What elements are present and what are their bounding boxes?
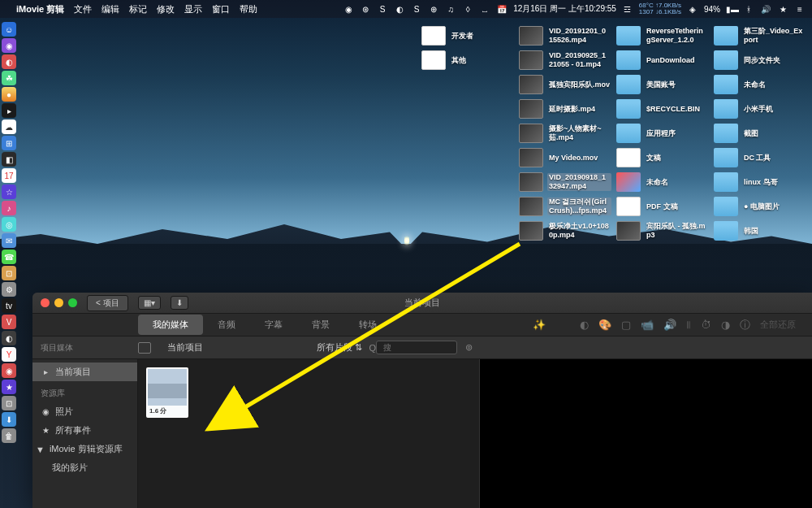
clip-filter-dropdown[interactable]: 所有片段 ⇅	[317, 341, 362, 354]
tab-transitions[interactable]: 转场	[344, 315, 391, 335]
volume-icon[interactable]: 🔊	[663, 319, 676, 331]
desktop-file[interactable]: linux 鸟哥	[712, 171, 808, 193]
dock-app[interactable]: ★	[2, 380, 16, 394]
dock-app[interactable]: ⬇	[2, 412, 16, 427]
zoom-button[interactable]	[68, 298, 77, 307]
tab-my-media[interactable]: 我的媒体	[138, 315, 203, 335]
search-input[interactable]	[376, 341, 457, 354]
desktop-file[interactable]: VID_20190918_132947.mp4	[517, 171, 613, 193]
dock-app[interactable]: ☘	[2, 71, 16, 85]
dock-app[interactable]: ⚙	[2, 282, 16, 297]
desktop-file[interactable]: PDF 文稿	[615, 195, 710, 218]
volume-icon[interactable]: 🔊	[760, 5, 771, 14]
dock-app[interactable]: V	[2, 315, 16, 329]
toolbar-button[interactable]: ▦▾	[138, 296, 161, 310]
star-icon[interactable]: ★	[777, 5, 788, 14]
preview-viewer[interactable]	[479, 359, 812, 508]
sidebar-my-movies[interactable]: 我的影片	[32, 458, 137, 477]
status-icon[interactable]: ⎵	[479, 5, 490, 14]
status-icon[interactable]: ☲	[622, 5, 633, 14]
menu-view[interactable]: 显示	[184, 3, 202, 15]
desktop-file[interactable]: 美国账号	[615, 73, 710, 96]
status-icon[interactable]: ◊	[462, 5, 473, 14]
status-icon[interactable]: ◐	[394, 5, 405, 14]
dock-app[interactable]: 17	[2, 168, 16, 183]
datetime[interactable]: 12月16日 周一 上午10:29:55	[513, 3, 616, 15]
desktop-file[interactable]: 延时摄影.mp4	[517, 98, 613, 120]
desktop-file[interactable]: 开发者	[420, 24, 516, 47]
dock-app[interactable]: ⊞	[2, 136, 16, 150]
battery-icon[interactable]: ▮▬	[726, 5, 737, 14]
dock-app[interactable]: ◐	[2, 331, 16, 345]
dock-app[interactable]: ◐	[2, 54, 16, 69]
dock-app[interactable]: tv	[2, 298, 16, 313]
desktop-file[interactable]: 未命名	[712, 73, 808, 96]
desktop-file[interactable]: 未命名	[615, 171, 710, 193]
menu-help[interactable]: 帮助	[240, 3, 257, 15]
dock-app[interactable]: ☆	[2, 185, 16, 199]
minimize-button[interactable]	[54, 298, 63, 307]
dock-app[interactable]: ☎	[2, 250, 16, 264]
sidebar-photos[interactable]: ◉照片	[32, 402, 137, 421]
tab-backgrounds[interactable]: 背景	[297, 315, 344, 335]
app-menu[interactable]: iMovie 剪辑	[16, 3, 64, 15]
sidebar-all-events[interactable]: ★所有事件	[32, 421, 137, 440]
tab-titles[interactable]: 字幕	[250, 315, 297, 335]
menu-modify[interactable]: 修改	[157, 3, 175, 15]
desktop-file[interactable]: MC 걸크러쉬(Girl Crush)...fps.mp4	[517, 195, 613, 218]
tab-audio[interactable]: 音频	[203, 315, 250, 335]
dock-app[interactable]: ◉	[2, 363, 16, 378]
desktop-file[interactable]: 韩国	[712, 219, 808, 242]
crop-icon[interactable]: ▢	[621, 319, 631, 331]
dock-app[interactable]: ✉	[2, 233, 16, 248]
desktop-file[interactable]: DC 工具	[712, 146, 808, 169]
desktop-file[interactable]: 极乐净土v1.0+1080p.mp4	[517, 219, 613, 242]
status-icon[interactable]: ◉	[343, 5, 354, 14]
stabilize-icon[interactable]: 📹	[641, 319, 654, 331]
media-browser[interactable]: 1.6 分	[138, 359, 479, 508]
close-button[interactable]	[41, 298, 50, 307]
back-projects-button[interactable]: < 项目	[87, 295, 128, 311]
speed-icon[interactable]: ⏱	[701, 319, 711, 331]
info-icon[interactable]: ⓘ	[740, 318, 750, 332]
desktop-file[interactable]: 应用程序	[615, 122, 710, 145]
dock-app[interactable]: ▸	[2, 103, 16, 118]
desktop-file[interactable]: ReverseTetheringServer_1.2.0	[615, 24, 710, 47]
status-icon[interactable]: ♫	[445, 5, 456, 14]
desktop-file[interactable]: 小米手机	[712, 98, 808, 120]
dock-app[interactable]: Y	[2, 347, 16, 362]
desktop-file[interactable]: 同步文件夹	[712, 49, 808, 72]
adjust-icon[interactable]: ◐	[580, 319, 589, 331]
desktop-file[interactable]: VID_20190925_121055 - 01.mp4	[517, 49, 613, 72]
desktop-file[interactable]: 截图	[712, 122, 808, 145]
import-button[interactable]: ⬇	[171, 296, 188, 310]
dock-app[interactable]: ♪	[2, 201, 16, 215]
menu-file[interactable]: 文件	[74, 3, 92, 15]
desktop-file[interactable]: 文稿	[615, 146, 710, 169]
noise-icon[interactable]: ⫴	[686, 319, 691, 332]
menu-mark[interactable]: 标记	[129, 3, 147, 15]
titlebar[interactable]: < 项目 ▦▾ ⬇ 当前项目	[32, 293, 812, 314]
wifi-icon[interactable]: ◈	[687, 5, 698, 14]
dock-app[interactable]: ◉	[2, 38, 16, 53]
calendar-icon[interactable]: 📅	[496, 5, 508, 14]
desktop-file[interactable]: 孤独宾阳乐队.mov	[517, 73, 613, 96]
filter-icon[interactable]: ◑	[721, 319, 730, 331]
dock-app[interactable]: ⊡	[2, 266, 16, 280]
desktop-file[interactable]: 摄影~人物素材~茹.mp4	[517, 122, 613, 145]
desktop-file[interactable]: 宾阳乐队 - 孤独.mp3	[615, 219, 710, 242]
dock-trash[interactable]: 🗑	[2, 428, 16, 443]
desktop-file[interactable]: $RECYCLE.BIN	[615, 98, 710, 120]
dock-app[interactable]: ☁	[2, 119, 16, 134]
desktop-file[interactable]: ● 电脑图片	[712, 195, 808, 218]
sidebar-current-project[interactable]: ▸当前项目	[32, 363, 137, 381]
status-icon[interactable]: ⊛	[360, 5, 371, 14]
menu-icon[interactable]: ≡	[794, 5, 806, 14]
status-icon[interactable]: S	[377, 5, 388, 14]
dock-app[interactable]: ⊡	[2, 396, 16, 410]
dock-app[interactable]: ●	[2, 87, 16, 102]
desktop-file[interactable]: 第三阶_Video_Export	[712, 24, 808, 47]
menu-edit[interactable]: 编辑	[102, 3, 119, 15]
dock-app[interactable]: ◧	[2, 152, 16, 167]
desktop-file[interactable]: My Video.mov	[517, 146, 613, 169]
